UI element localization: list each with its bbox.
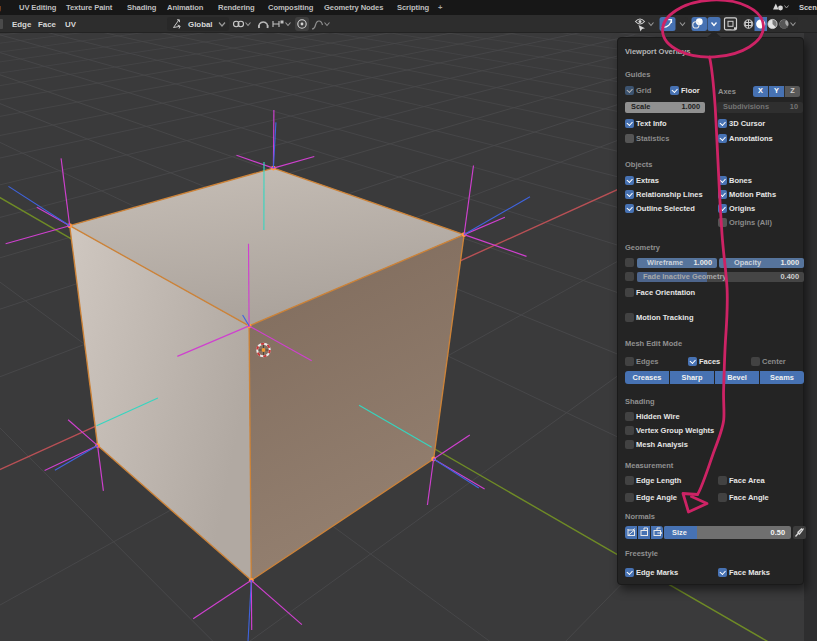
svg-text:Global: Global	[188, 20, 213, 29]
